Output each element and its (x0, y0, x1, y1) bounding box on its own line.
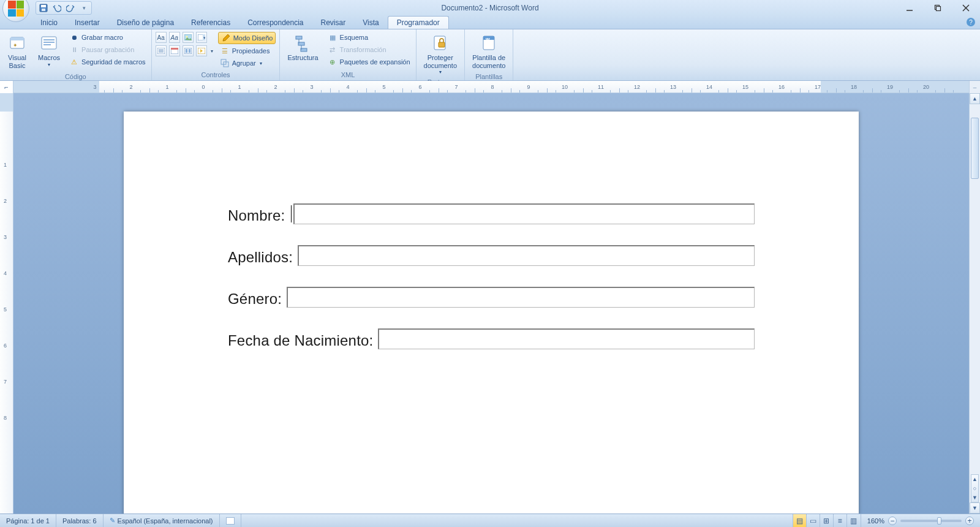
ruler-splitter[interactable]: – (969, 81, 980, 93)
picture-control-icon[interactable] (183, 32, 194, 43)
window-title: Documento2 - Microsoft Word (0, 4, 980, 12)
textbox-apellidos[interactable] (298, 245, 755, 266)
status-page[interactable]: Página: 1 de 1 (0, 514, 56, 527)
field-row-nombre: Nombre: (228, 203, 755, 224)
group-protect: Proteger documento ▾ Proteger (417, 29, 465, 80)
view-draft[interactable]: ▥ (847, 514, 861, 527)
ribbon-tabs: Inicio Insertar Diseño de página Referen… (0, 16, 980, 29)
building-block-control-icon[interactable] (183, 45, 194, 56)
zoom-in-button[interactable]: + (965, 517, 974, 525)
legacy-tools-dropdown[interactable]: ▾ (209, 45, 214, 56)
template-icon: W (479, 33, 499, 53)
content-controls-row1: Aa Aa ▾ (156, 32, 214, 43)
rich-text-control-icon[interactable]: Aa (156, 32, 167, 43)
svg-rect-38 (439, 42, 445, 47)
tab-inicio[interactable]: Inicio (32, 17, 66, 29)
design-mode-toggle[interactable]: Modo Diseño (218, 32, 276, 44)
visual-basic-icon: ✦ (7, 33, 27, 53)
protect-document-button[interactable]: Proteger documento ▾ (420, 32, 461, 76)
zoom-slider-thumb[interactable] (937, 517, 941, 525)
properties-button[interactable]: ☰Propiedades (218, 45, 276, 56)
content-controls-row2: ▾ (156, 45, 214, 56)
group-icon (220, 58, 230, 68)
scroll-up-button[interactable]: ▲ (970, 93, 980, 104)
vertical-ruler[interactable]: 12345678 (0, 93, 13, 514)
zoom-slider[interactable] (900, 520, 962, 522)
dropdown-control-icon[interactable] (156, 45, 167, 56)
tab-correspondencia[interactable]: Correspondencia (239, 17, 312, 29)
minimize-button[interactable] (895, 1, 924, 15)
structure-button[interactable]: Estructura (284, 32, 322, 63)
svg-rect-32 (296, 36, 302, 39)
field-row-apellidos: Apellidos: (228, 245, 755, 266)
lock-icon (431, 33, 450, 53)
label-genero: Género: (228, 290, 282, 308)
tab-programador[interactable]: Programador (388, 16, 449, 29)
tab-stop-selector[interactable]: ⌐ (0, 81, 13, 93)
record-macro-button[interactable]: ⏺Grabar macro (67, 32, 148, 43)
group-button[interactable]: Agrupar▾ (218, 58, 276, 69)
textbox-nombre[interactable] (293, 203, 755, 224)
record-icon: ⏺ (69, 32, 79, 42)
group-templates: W Plantilla de documento Plantillas (465, 29, 513, 80)
view-buttons: ▤ ▭ ⊞ ≡ ▥ (793, 514, 861, 527)
macro-security-button[interactable]: ⚠Seguridad de macros (67, 56, 148, 67)
svg-text:▾: ▾ (203, 36, 205, 40)
tab-vista[interactable]: Vista (354, 17, 387, 29)
macros-button[interactable]: Macros ▾ (34, 32, 64, 69)
tab-referencias[interactable]: Referencias (183, 17, 239, 29)
expansion-packs-button[interactable]: ⊕Paquetes de expansión (326, 56, 412, 67)
help-icon[interactable]: ? (967, 18, 975, 26)
expansion-icon: ⊕ (328, 57, 337, 67)
svg-rect-14 (43, 44, 51, 45)
plain-text-control-icon[interactable]: Aa (169, 32, 180, 43)
warning-icon: ⚠ (69, 57, 79, 67)
document-page: Nombre: Apellidos: Género: Fecha de Naci… (124, 112, 859, 514)
group-xml-label: XML (280, 71, 415, 80)
qat-customize-icon[interactable]: ▾ (79, 3, 89, 13)
browse-object[interactable]: ▲○▼ (971, 474, 979, 502)
textbox-fecha[interactable] (378, 328, 755, 349)
visual-basic-button[interactable]: ✦ Visual Basic (4, 32, 31, 70)
zoom-value[interactable]: 160% (867, 517, 884, 525)
undo-icon[interactable] (52, 3, 62, 13)
tab-revisar[interactable]: Revisar (312, 17, 355, 29)
tab-insertar[interactable]: Insertar (66, 17, 108, 29)
status-words[interactable]: Palabras: 6 (56, 514, 104, 527)
scroll-thumb[interactable] (971, 118, 979, 179)
record-indicator-icon (226, 517, 235, 525)
maximize-button[interactable] (924, 1, 952, 15)
scroll-down-button[interactable]: ▼ (970, 502, 980, 514)
legacy-tools-icon[interactable] (196, 45, 207, 56)
datepicker-control-icon[interactable] (169, 45, 180, 56)
group-controls: Aa Aa ▾ ▾ Modo Diseño ☰Propiedades Agrup… (152, 29, 281, 80)
view-full-screen[interactable]: ▭ (807, 514, 820, 527)
title-bar: ▾ Documento2 - Microsoft Word (0, 0, 980, 16)
view-web[interactable]: ⊞ (820, 514, 834, 527)
save-icon[interactable] (39, 3, 48, 13)
status-language[interactable]: ✎ Español (España, internacional) (104, 514, 220, 527)
vertical-scrollbar[interactable]: ▲ ▲○▼ ▼ (969, 93, 980, 514)
textbox-genero[interactable] (287, 287, 755, 308)
label-fecha: Fecha de Nacimiento: (228, 332, 373, 349)
close-button[interactable] (952, 1, 980, 15)
redo-icon[interactable] (66, 3, 75, 13)
office-logo-icon (8, 1, 24, 17)
status-macro-rec[interactable] (220, 514, 241, 527)
document-template-button[interactable]: W Plantilla de documento (469, 32, 509, 70)
structure-icon (293, 33, 313, 53)
combo-control-icon[interactable]: ▾ (196, 32, 207, 43)
horizontal-ruler[interactable]: 32101234567891011121314151617181920 (13, 81, 980, 93)
field-row-fecha: Fecha de Nacimiento: (228, 328, 755, 349)
label-apellidos: Apellidos: (228, 249, 293, 266)
svg-text:✦: ✦ (13, 42, 18, 48)
tab-diseno[interactable]: Diseño de página (108, 17, 183, 29)
schema-button[interactable]: ▦Esquema (326, 32, 412, 43)
svg-rect-26 (184, 48, 192, 54)
view-print-layout[interactable]: ▤ (793, 514, 807, 527)
zoom-out-button[interactable]: − (888, 517, 897, 525)
ribbon: ✦ Visual Basic Macros ▾ ⏺Grabar macro ⏸P… (0, 29, 980, 81)
view-outline[interactable]: ≡ (834, 514, 847, 527)
svg-rect-9 (10, 37, 24, 40)
page-scroll-area[interactable]: Nombre: Apellidos: Género: Fecha de Naci… (13, 93, 969, 514)
